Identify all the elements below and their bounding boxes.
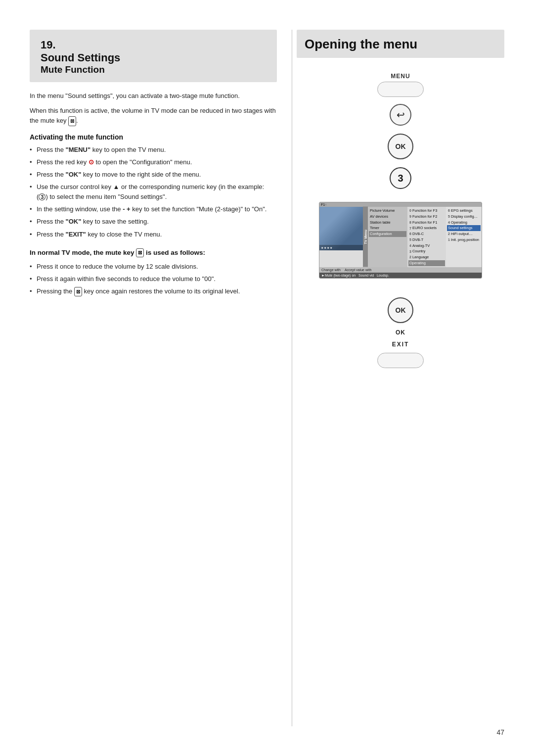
bullet-4: Use the cursor control key ▲ or the corr… <box>30 182 277 202</box>
normal-bullet-1: Press it once to reduce the volume by 12… <box>30 262 277 272</box>
bullet-6: Press the "OK" key to save the setting. <box>30 217 277 227</box>
intro-text-1: In the menu "Sound settings", you can ac… <box>30 91 277 101</box>
tv-bottom-text: ►Mute (two-stage) on Sound vid Loudsp. <box>321 274 389 277</box>
change-with-label: Change with <box>321 268 341 272</box>
step-back: ↩ <box>297 102 504 128</box>
section-number: 19. <box>41 39 266 51</box>
back-arrow-key: ↩ <box>390 104 411 126</box>
tv-col2-row-2: 2Language <box>408 254 445 260</box>
tv-col2-row-5: 5DVB-T <box>408 237 445 243</box>
opening-menu-title-box: Opening the menu <box>297 30 504 58</box>
tv-menu-screenshot: F1↑ ★★★★ TV Menu Pictu <box>319 202 482 279</box>
ok-key-circle-bottom: OK <box>388 297 413 323</box>
exit-label-text: OK <box>396 329 405 336</box>
step-number-3: 3 <box>297 165 504 191</box>
tv-col3-row-4: 4Operating <box>447 220 481 226</box>
tv-col2-row-6: 6DVB-C <box>408 231 445 237</box>
tv-col2-row-9: 9Function for F2 <box>408 214 445 220</box>
tv-menu-col2: 0Function for F3 9Function for F2 8Funct… <box>407 207 446 267</box>
intro-text-2: When this function is active, the volume… <box>30 106 277 126</box>
normal-mode-heading: In normal TV mode, the mute key ⊠ is use… <box>30 248 277 258</box>
number-3-key: 3 <box>390 167 411 189</box>
menu-steps: MENU ↩ OK 3 F1↑ <box>297 73 504 369</box>
tv-change-bar: Change with Accept value with <box>319 267 482 273</box>
tv-menu-col1: Picture·Volume AV devices Station table … <box>368 207 407 267</box>
mute-key-icon-2: ⊠ <box>136 248 144 257</box>
tv-col1-row-5: Configuration <box>369 231 406 237</box>
bullet-3: Press the "OK" key to move to the right … <box>30 170 277 180</box>
num-3-example: 3 <box>39 193 45 200</box>
exit-text-label: EXIT <box>392 341 409 348</box>
tv-col1-row-4: Timer <box>369 225 406 231</box>
bullet-7: Press the "EXIT" key to close the TV men… <box>30 230 277 239</box>
section-title: Sound Settings <box>41 51 266 64</box>
tv-col1-row-3: Station table <box>369 220 406 226</box>
ok-key-circle: OK <box>388 134 413 159</box>
tv-bottom-bar: ►Mute (two-stage) on Sound vid Loudsp. <box>319 273 482 278</box>
tv-fi-label: F1↑ <box>321 203 327 206</box>
tv-screen: ★★★★ TV Menu Picture·Volume AV devices S… <box>319 207 482 267</box>
mute-key-icon: ⊠ <box>68 116 76 126</box>
menu-key-pill <box>377 82 424 97</box>
tv-menu-vertical-label: TV Menu <box>363 207 368 267</box>
accept-with-label: Accept value with <box>345 268 371 272</box>
tv-status-bar: F1↑ <box>319 202 482 207</box>
tv-col2-row-op: Operating <box>408 260 445 266</box>
tv-col2-row-0: 0Function for F3 <box>408 208 445 214</box>
activating-heading: Activating the mute function <box>30 133 277 141</box>
bullet-2: Press the red key ⊙ to open the "Configu… <box>30 157 277 167</box>
minus-plus-key: - + <box>123 205 131 213</box>
page-container: 19. Sound Settings Mute Function In the … <box>0 0 534 756</box>
tv-col1-row-1: Picture·Volume <box>369 208 406 214</box>
right-column: Opening the menu MENU ↩ OK 3 <box>292 30 504 726</box>
ok-key-label-1: "OK" <box>66 171 82 178</box>
tv-col3-row-1: 1Init. prog.position <box>447 237 481 243</box>
section-subtitle: Mute Function <box>41 64 266 75</box>
mute-key-icon-3: ⊠ <box>74 287 82 297</box>
ok-key-label-2: "OK" <box>66 218 82 225</box>
tv-col1-row-2: AV devices <box>369 214 406 220</box>
tv-menu-panel: TV Menu Picture·Volume AV devices Statio… <box>363 207 482 267</box>
activating-bullets: Press the "MENU" key to open the TV menu… <box>30 145 277 239</box>
opening-menu-title-text: Opening the menu <box>305 37 417 51</box>
tv-col2-row-8: 8Function for F1 <box>408 220 445 226</box>
left-column: 19. Sound Settings Mute Function In the … <box>30 30 292 726</box>
column-divider <box>292 30 292 726</box>
tv-col2-row-7: 7EURO sockets <box>408 225 445 231</box>
tv-col2-row-3: 3Country <box>408 248 445 254</box>
bottom-buttons: OK OK EXIT <box>377 295 424 369</box>
tv-col3-row-6: 6EPG settings <box>447 208 481 214</box>
step-ok-1: OK <box>297 132 504 161</box>
tv-col2-row-4: 4Analog-TV <box>408 243 445 249</box>
exit-key-label: "EXIT" <box>66 231 86 238</box>
normal-bullet-3: Pressing the ⊠ key once again restores t… <box>30 286 277 296</box>
exit-key-pill <box>377 353 424 368</box>
menu-key-label: "MENU" <box>66 146 91 153</box>
page-number: 47 <box>496 728 504 736</box>
tv-menu-col3: 6EPG settings 5Display config… 4Operatin… <box>446 207 482 267</box>
normal-bullet-2: Press it again within five seconds to re… <box>30 274 277 284</box>
bullet-1: Press the "MENU" key to open the TV menu… <box>30 145 277 155</box>
tv-col3-row-sound: Sound settings <box>447 225 481 231</box>
red-key: ⊙ <box>89 158 94 166</box>
tv-col3-row-5: 5Display config… <box>447 214 481 220</box>
tv-col3-row-2: 2HiFi output… <box>447 231 481 237</box>
step-menu: MENU <box>297 73 504 98</box>
menu-key-text: MENU <box>391 73 410 80</box>
tv-thumbnail: ★★★★ <box>319 207 363 250</box>
tv-thumb-stars: ★★★★ <box>321 246 361 249</box>
normal-mode-bullets: Press it once to reduce the volume by 12… <box>30 262 277 297</box>
bullet-5: In the setting window, use the - + key t… <box>30 204 277 214</box>
section-title-box: 19. Sound Settings Mute Function <box>30 30 277 82</box>
